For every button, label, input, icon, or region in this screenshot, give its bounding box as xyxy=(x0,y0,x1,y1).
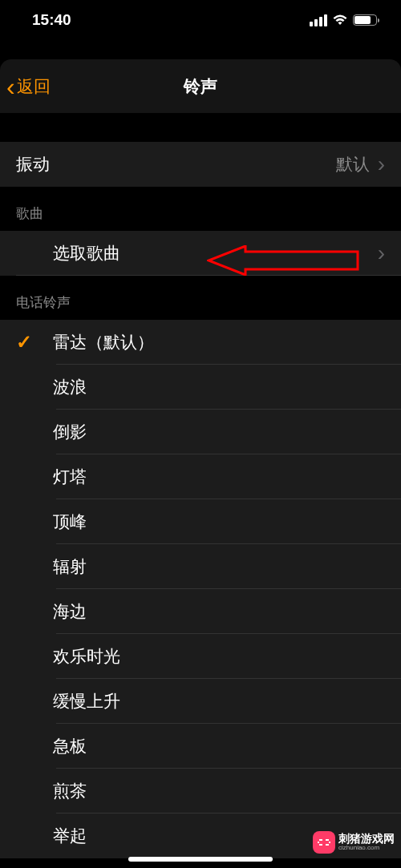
watermark-icon xyxy=(313,831,335,854)
ringtone-item[interactable]: 欢乐时光 xyxy=(0,634,401,679)
ringtone-item[interactable]: 顶峰 xyxy=(0,499,401,544)
ringtone-item[interactable]: 海边 xyxy=(0,589,401,634)
ringtone-label: 煎茶 xyxy=(53,780,87,802)
chevron-right-icon: › xyxy=(378,151,385,177)
ringtone-label: 辐射 xyxy=(53,555,87,578)
vibration-value: 默认 xyxy=(336,153,370,176)
ringtone-label: 举起 xyxy=(53,825,87,847)
back-label: 返回 xyxy=(17,75,51,98)
checkmark-icon: ✓ xyxy=(16,331,53,353)
ringtone-label: 顶峰 xyxy=(53,511,87,533)
ringtone-label: 海边 xyxy=(53,600,87,623)
watermark: 刺猪游戏网 cizhuniao.com xyxy=(313,831,395,854)
ringtone-item[interactable]: 波浪 xyxy=(0,365,401,410)
ringtone-label: 急板 xyxy=(53,735,87,757)
status-time: 15:40 xyxy=(32,11,71,29)
cellular-signal-icon xyxy=(310,14,327,26)
ringtones-section-header: 电话铃声 xyxy=(0,276,401,320)
page-title: 铃声 xyxy=(0,75,401,98)
chevron-right-icon: › xyxy=(378,240,385,266)
songs-section-header: 歌曲 xyxy=(0,187,401,231)
ringtone-item[interactable]: 煎茶 xyxy=(0,769,401,813)
watermark-url: cizhuniao.com xyxy=(338,845,395,852)
ringtone-item[interactable]: 急板 xyxy=(0,724,401,769)
vibration-row[interactable]: 振动 默认 › xyxy=(0,142,401,187)
ringtone-item[interactable]: 灯塔 xyxy=(0,454,401,499)
status-bar: 15:40 xyxy=(0,0,401,40)
home-indicator[interactable] xyxy=(128,857,273,862)
ringtone-item[interactable]: 倒影 xyxy=(0,410,401,454)
ringtone-label: 雷达（默认） xyxy=(53,331,154,353)
ringtone-label: 缓慢上升 xyxy=(53,690,120,713)
wifi-icon xyxy=(332,14,348,26)
ringtone-label: 欢乐时光 xyxy=(53,645,120,668)
chevron-left-icon: ‹ xyxy=(6,74,15,99)
back-button[interactable]: ‹ 返回 xyxy=(6,74,51,99)
vibration-label: 振动 xyxy=(16,153,336,176)
ringtone-label: 波浪 xyxy=(53,376,87,398)
ringtone-label: 灯塔 xyxy=(53,466,87,488)
nav-header: ‹ 返回 铃声 xyxy=(0,59,401,114)
ringtone-item[interactable]: 辐射 xyxy=(0,544,401,589)
ringtone-label: 倒影 xyxy=(53,421,87,443)
watermark-name: 刺猪游戏网 xyxy=(338,833,395,845)
ringtone-list: ✓雷达（默认）波浪倒影灯塔顶峰辐射海边欢乐时光缓慢上升急板煎茶举起 xyxy=(0,320,401,858)
ringtone-item[interactable]: ✓雷达（默认） xyxy=(0,320,401,365)
annotation-arrow-icon xyxy=(207,245,359,276)
status-indicators xyxy=(310,14,377,26)
ringtone-item[interactable]: 缓慢上升 xyxy=(0,679,401,724)
battery-icon xyxy=(353,14,377,26)
